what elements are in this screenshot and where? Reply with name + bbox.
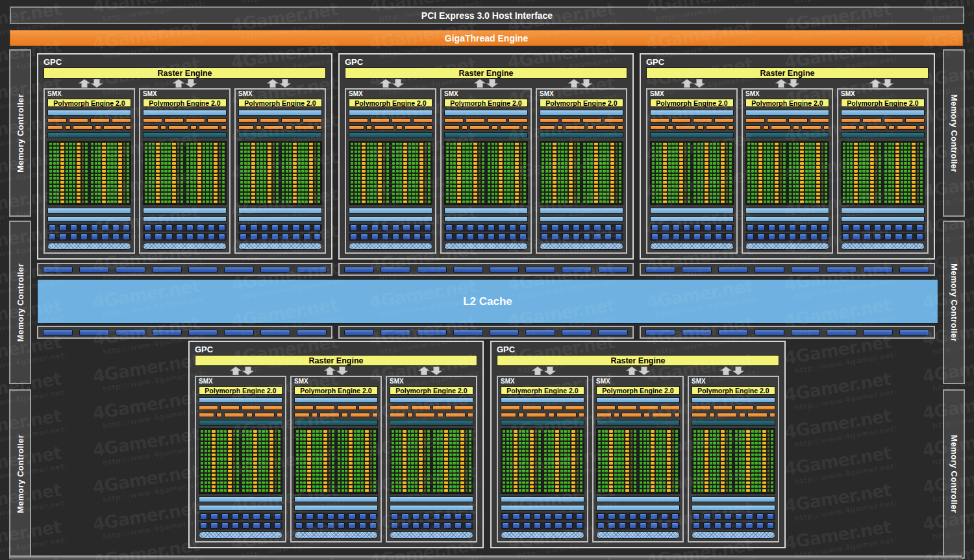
core-cell-green [412,170,414,173]
core-row-half [446,193,484,195]
core-cell-green [332,478,334,480]
core-cell-green [693,457,696,460]
core-row-half [201,430,239,433]
core-cell-green [374,154,377,157]
core-cell-olive [574,147,577,149]
core-cell-green [222,197,225,199]
core-cell-green [450,151,453,153]
core-cell-green [392,154,395,157]
core-cell-green [408,485,410,488]
core-cell-green [415,438,418,441]
core-cell-green [771,185,773,188]
texture-unit [317,522,324,529]
core-cell-yellow [172,197,176,199]
core-cell-olive [479,154,481,157]
core-cell-green [300,462,303,465]
core-cell-yellow [365,457,369,460]
core-row-half [747,189,786,191]
core-row-half [446,162,484,165]
watermark-logo-text: 4Gamer.net [783,369,896,404]
core-cell-green [395,434,398,437]
core-cell-green [194,177,196,180]
core-row-half [693,457,732,460]
core-cell-yellow [172,154,176,157]
core-cell-olive [329,470,331,472]
crossbar-port [562,330,592,335]
core-cell-green [114,143,117,145]
core-cell-green [357,470,360,472]
core-cell-yellow [268,181,271,184]
core-cell-green [693,189,696,191]
core-cell-green [127,166,129,169]
core-cell-yellow [460,478,464,480]
texture-unit [725,234,732,240]
core-row-half [652,177,690,180]
core-row-half [392,201,431,203]
core-cell-green [373,478,376,480]
core-row [652,177,732,180]
core-row [747,166,827,169]
core-cell-green [201,466,203,469]
core-cell-yellow [571,466,575,469]
core-cell-yellow [77,201,81,203]
core-cell-green [437,430,440,433]
core-row [296,438,376,441]
core-cell-green [450,193,453,195]
core-row-half [145,181,183,184]
core-cell-yellow [816,162,820,165]
core-row-half [91,158,129,161]
core-cell-yellow [197,154,201,157]
core-row [693,478,773,480]
core-cell-green [190,158,193,161]
core-cell-green [758,450,761,452]
core-cell-green [710,154,712,157]
core-cell-green [492,170,494,173]
core-cell-green [621,489,624,492]
core-cell-green [663,446,666,448]
texture-unit [338,522,345,529]
core-cell-green [298,151,301,153]
core-cell-green [488,154,490,157]
core-cell-green [449,438,452,441]
core-cell-yellow [228,474,232,476]
warp-scheduler-row [390,406,473,410]
texture-unit [884,225,892,231]
core-row-half [201,481,239,484]
core-cell-green [542,197,544,199]
core-cell-yellow [530,454,534,456]
core-cell-green [392,143,395,145]
core-cell-green [312,481,315,484]
core-cell-green [247,166,250,169]
core-cell-green [739,462,742,465]
core-cell-green [640,438,642,441]
core-cell-green [224,462,227,465]
texture-unit [414,225,421,231]
core-cell-green [755,197,757,199]
core-cell-green [710,438,712,441]
core-cell-green [456,478,459,480]
core-cell-yellow [269,481,273,484]
core-cell-green [190,151,193,153]
core-cell-green [161,166,164,169]
core-cell-green [634,457,636,460]
core-cell-green [298,154,301,157]
core-cell-olive [424,485,427,488]
core-cell-green [278,478,281,480]
core-cell-green [222,193,225,195]
core-cell-green [469,442,471,444]
core-row-half [583,181,621,184]
core-cell-green [395,438,398,441]
core-row [392,474,471,476]
core-cell-yellow [228,442,232,444]
core-cell-green [605,466,608,469]
core-cell-green [511,147,514,149]
core-cell-green [110,166,113,169]
core-cell-olive [875,154,878,157]
core-cell-green [462,177,465,180]
core-cell-green [717,189,719,191]
core-cell-green [713,197,716,199]
core-cell-olive [875,147,878,149]
core-cell-olive [370,489,373,492]
core-cell-olive [383,143,386,145]
core-cell-olive [520,185,523,188]
